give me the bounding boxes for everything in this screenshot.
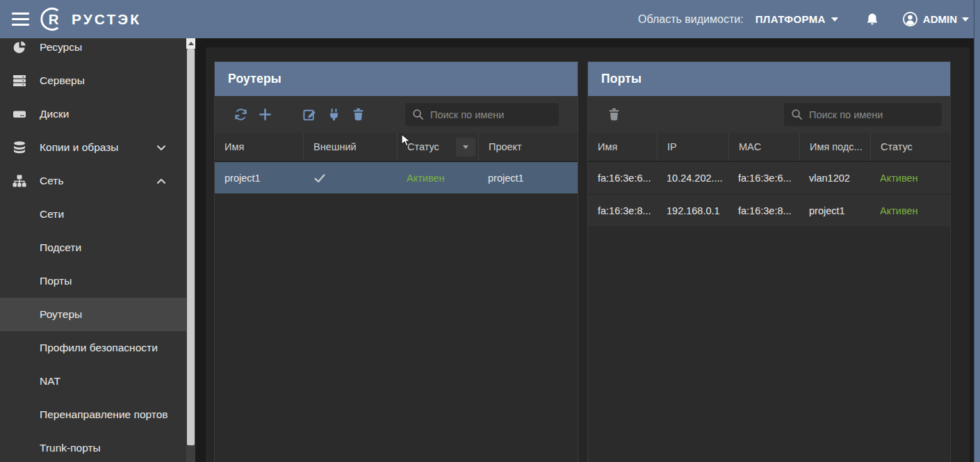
cell-ip: 192.168.0.1 xyxy=(657,195,728,226)
disk-icon xyxy=(12,106,27,122)
cell-status: Активен xyxy=(870,195,950,226)
column-header-status[interactable]: Статус xyxy=(870,133,950,161)
sidebar-subitem-nat[interactable]: NAT xyxy=(0,365,186,398)
routers-search-input[interactable] xyxy=(430,109,552,120)
column-menu-button[interactable] xyxy=(456,138,475,157)
servers-icon xyxy=(12,73,27,88)
table-row[interactable]: fa:16:3e:8... 192.168.0.1 fa:16:3e:8... … xyxy=(588,195,950,226)
cell-external xyxy=(303,162,397,193)
column-header-mac[interactable]: MAC xyxy=(728,133,799,161)
ports-panel: Порты Имя IP MAC Имя подс... Стату xyxy=(587,61,951,462)
column-header-subnet[interactable]: Имя подс... xyxy=(799,133,870,161)
column-header-name[interactable]: Имя xyxy=(215,133,303,161)
notifications-bell-icon[interactable] xyxy=(865,12,880,27)
column-header-project[interactable]: Проект xyxy=(478,133,578,161)
cell-project: project1 xyxy=(478,162,578,193)
cell-mac: fa:16:3e:8... xyxy=(728,195,799,226)
routers-search xyxy=(405,103,559,126)
table-row[interactable]: fa:16:3e:6... 10.24.202.... fa:16:3e:6..… xyxy=(588,162,950,193)
svg-text:R: R xyxy=(49,11,59,27)
user-menu[interactable]: ADMIN xyxy=(902,11,969,27)
ports-toolbar xyxy=(588,96,950,133)
caret-down-icon xyxy=(962,17,969,22)
cell-ip: 10.24.202.... xyxy=(657,162,728,193)
routers-toolbar xyxy=(215,96,578,133)
caret-down-icon xyxy=(463,145,468,149)
edit-button[interactable] xyxy=(302,107,317,122)
page-scrollbar[interactable] xyxy=(974,0,980,462)
topbar: R РУСТЭК Область видимости: ПЛАТФОРМА AD… xyxy=(0,0,980,38)
routers-panel-title: Роутеры xyxy=(215,62,578,96)
scope-selector[interactable]: ПЛАТФОРМА xyxy=(756,13,838,25)
column-header-name[interactable]: Имя xyxy=(588,133,657,161)
add-button[interactable] xyxy=(257,107,272,122)
cell-name: project1 xyxy=(215,162,303,193)
menu-icon[interactable] xyxy=(12,13,29,26)
column-header-ip[interactable]: IP xyxy=(657,133,728,161)
search-icon xyxy=(412,109,424,120)
scope-value: ПЛАТФОРМА xyxy=(756,13,826,25)
attach-interface-plug-button[interactable] xyxy=(326,107,341,122)
brand-name: РУСТЭК xyxy=(72,11,141,28)
sidebar-item-servers[interactable]: Серверы xyxy=(0,64,186,97)
sidebar-scrollbar[interactable] xyxy=(186,38,195,462)
chevron-down-icon xyxy=(156,143,166,152)
routers-table-header: Имя Внешний Статус Проект xyxy=(215,133,578,162)
cell-subnet: vlan1202 xyxy=(799,162,870,193)
caret-down-icon xyxy=(831,17,838,22)
cell-status: Активен xyxy=(397,162,478,193)
sidebar-scrollbar-thumb[interactable] xyxy=(187,49,195,445)
routers-table-body: project1 Активен project1 xyxy=(215,162,578,193)
refresh-button[interactable] xyxy=(233,107,248,122)
column-header-status[interactable]: Статус xyxy=(397,133,478,161)
sidebar: Ресурсы Серверы Диски xyxy=(0,38,186,462)
delete-button-disabled[interactable] xyxy=(606,107,621,122)
sidebar-subitem-subnets[interactable]: Подсети xyxy=(0,231,186,264)
network-icon xyxy=(12,173,27,189)
user-avatar-icon xyxy=(902,11,918,27)
search-icon xyxy=(791,109,803,120)
scope-label: Область видимости: xyxy=(638,13,744,26)
check-icon xyxy=(313,171,327,185)
ports-search xyxy=(784,103,942,126)
stack-icon xyxy=(12,140,27,155)
routers-panel: Роутеры xyxy=(214,61,578,462)
sidebar-subitem-trunk-ports[interactable]: Trunk-порты xyxy=(0,431,186,462)
chevron-up-icon xyxy=(156,177,166,186)
brand-logo-icon: R xyxy=(40,6,65,32)
ports-panel-title: Порты xyxy=(588,62,950,96)
ports-table-body: fa:16:3e:6... 10.24.202.... fa:16:3e:6..… xyxy=(588,162,950,226)
ports-table-header: Имя IP MAC Имя подс... Статус xyxy=(588,133,950,162)
user-name: ADMIN xyxy=(923,13,957,25)
sidebar-item-images[interactable]: Копии и образы xyxy=(0,131,186,164)
main-content: Роутеры xyxy=(206,47,970,462)
cell-name: fa:16:3e:8... xyxy=(588,195,657,226)
sidebar-subitem-security-profiles[interactable]: Профили безопасности xyxy=(0,331,186,365)
column-header-external[interactable]: Внешний xyxy=(303,133,397,161)
sidebar-subitem-routers[interactable]: Роутеры xyxy=(0,298,186,331)
sidebar-subitem-port-forwarding[interactable]: Перенаправление портов xyxy=(0,398,186,431)
pie-chart-icon xyxy=(12,40,27,55)
sidebar-item-resources[interactable]: Ресурсы xyxy=(0,38,186,64)
delete-button[interactable] xyxy=(350,107,366,122)
ports-search-input[interactable] xyxy=(809,109,935,120)
cell-mac: fa:16:3e:6... xyxy=(728,162,799,193)
sidebar-item-network[interactable]: Сеть xyxy=(0,164,186,198)
sidebar-subitem-ports[interactable]: Порты xyxy=(0,264,186,298)
sidebar-item-disks[interactable]: Диски xyxy=(0,97,186,131)
cell-status: Активен xyxy=(870,162,950,193)
cell-subnet: project1 xyxy=(799,195,870,226)
table-row[interactable]: project1 Активен project1 xyxy=(215,162,578,193)
cell-name: fa:16:3e:6... xyxy=(588,162,657,193)
sidebar-subitem-networks[interactable]: Сети xyxy=(0,198,186,231)
scroll-up-button[interactable] xyxy=(186,38,195,49)
